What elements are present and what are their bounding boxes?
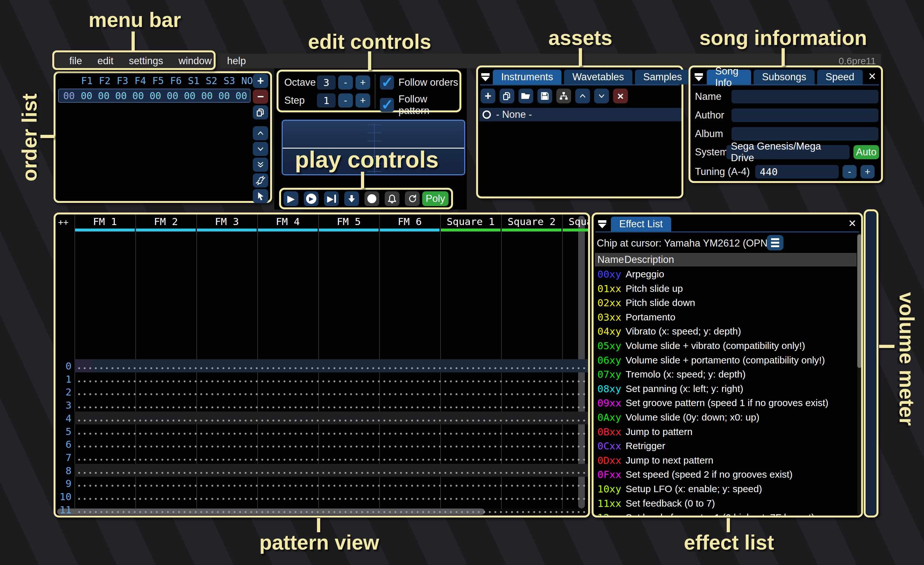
tab-wavetables[interactable]: Wavetables <box>564 70 632 84</box>
window-menu-icon[interactable] <box>694 72 704 83</box>
effect-row[interactable]: 06xyVolume slide + portamento (compatibi… <box>597 353 852 367</box>
octave-decrease-button[interactable]: - <box>338 75 353 90</box>
order-column-F6[interactable]: F6 <box>167 75 185 86</box>
empty-pattern-cells[interactable] <box>76 484 590 488</box>
tuning-field[interactable]: 440 <box>755 165 838 179</box>
order-cell[interactable]: 00 <box>216 90 233 101</box>
deep-clone-button[interactable] <box>253 173 268 188</box>
channel-header-square-2[interactable]: Square 2 <box>501 215 562 228</box>
order-edit-mode-button[interactable] <box>253 189 268 203</box>
step-value[interactable]: 1 <box>317 93 336 108</box>
tab-subsongs[interactable]: Subsongs <box>754 70 814 84</box>
effect-row[interactable]: 09xxSet groove pattern (speed 1 if no gr… <box>597 396 852 410</box>
pattern-corner-button[interactable]: ++ <box>58 217 69 227</box>
move-up-button[interactable] <box>575 89 590 104</box>
empty-pattern-cells[interactable] <box>76 471 590 475</box>
effect-row[interactable]: 0CxxRetrigger <box>597 439 852 453</box>
empty-pattern-cells[interactable] <box>76 458 590 461</box>
name-field[interactable] <box>732 90 879 104</box>
effect-row[interactable]: 0BxxJump to pattern <box>597 425 852 439</box>
empty-pattern-cells[interactable] <box>76 432 590 436</box>
empty-pattern-cells[interactable] <box>76 445 590 448</box>
save-button[interactable] <box>537 89 552 104</box>
order-cell[interactable]: 00 <box>198 90 216 101</box>
effect-row[interactable]: 03xxPortamento <box>597 310 852 324</box>
order-cell[interactable]: 00 <box>78 90 95 101</box>
effect-row[interactable]: 11xxSet feedback (0 to 7) <box>597 496 852 511</box>
effect-row[interactable]: 0DxxJump to next pattern <box>597 453 852 467</box>
follow-orders-row[interactable]: ✓ Follow orders <box>380 75 458 90</box>
order-cell[interactable]: 00 <box>181 90 199 101</box>
add-button[interactable]: + <box>253 74 268 88</box>
duplicate-button[interactable] <box>500 89 514 104</box>
step-one-row-button[interactable]: ▶ <box>324 191 339 206</box>
order-column-S2[interactable]: S2 <box>203 75 221 86</box>
order-column-F4[interactable]: F4 <box>132 75 150 86</box>
effect-row[interactable]: 02xxPitch slide down <box>597 296 852 310</box>
asset-list-item[interactable]: - None - <box>479 108 681 121</box>
empty-pattern-cells[interactable] <box>76 406 590 409</box>
order-cell[interactable]: 00 <box>164 90 181 101</box>
empty-pattern-cells[interactable] <box>76 392 590 396</box>
pattern-cursor-cell[interactable] <box>74 359 93 373</box>
order-list-row[interactable]: 0000000000000000000000 <box>58 89 250 103</box>
effect-row[interactable]: 0FxxSet speed (speed 2 if no grooves exi… <box>597 467 852 482</box>
channel-header-square-1[interactable]: Square 1 <box>440 215 501 228</box>
system-select[interactable]: Sega Genesis/Mega Drive <box>726 145 850 159</box>
channel-header-fm-5[interactable]: FM 5 <box>318 215 379 228</box>
record-button[interactable] <box>364 191 379 206</box>
effect-row[interactable]: 05xyVolume slide + vibrato (compatibilit… <box>597 339 852 353</box>
empty-pattern-cells[interactable] <box>76 497 590 501</box>
octave-value[interactable]: 3 <box>317 75 336 90</box>
channel-header-fm-1[interactable]: FM 1 <box>74 215 135 228</box>
step-increase-button[interactable]: + <box>356 93 370 108</box>
play-pattern-button[interactable]: ▶ <box>304 191 319 206</box>
step-decrease-button[interactable]: - <box>338 93 353 108</box>
effect-list-scrollbar-thumb[interactable] <box>857 234 862 368</box>
order-column-F5[interactable]: F5 <box>149 75 167 86</box>
duplicate-to-end-button[interactable] <box>253 158 268 172</box>
tuning-increase-button[interactable]: + <box>861 165 874 179</box>
channel-header-fm-4[interactable]: FM 4 <box>257 215 318 228</box>
effect-list-scrollbar-track[interactable] <box>857 233 862 514</box>
tab-speed[interactable]: Speed <box>817 70 863 84</box>
effect-row[interactable]: 04xyVibrato (x: speed; y: depth) <box>597 324 852 338</box>
auto-button[interactable]: Auto <box>854 145 879 159</box>
empty-pattern-cells[interactable] <box>76 510 590 514</box>
empty-pattern-cells[interactable] <box>76 419 590 422</box>
toggle-folders-button[interactable] <box>556 89 571 104</box>
effect-row[interactable]: 00xyArpeggio <box>597 267 852 281</box>
repeat-pattern-button[interactable] <box>405 191 420 206</box>
tab-samples[interactable]: Samples <box>635 70 690 84</box>
tab-instruments[interactable]: Instruments <box>493 70 561 84</box>
effect-row[interactable]: 07xyTremolo (x: speed; y: depth) <box>597 367 852 382</box>
order-column-F1[interactable]: F1 <box>78 75 96 86</box>
effect-row[interactable]: 10xySetup LFO (x: enable; y: speed) <box>597 482 852 496</box>
follow-orders-checkbox[interactable]: ✓ <box>380 75 394 90</box>
remove-button[interactable]: − <box>253 90 268 104</box>
order-cell[interactable]: 00 <box>232 90 250 101</box>
tuning-decrease-button[interactable]: - <box>843 165 856 179</box>
play-button[interactable]: ▶ <box>284 191 298 206</box>
move-down-button[interactable] <box>594 89 609 104</box>
channel-header-fm-3[interactable]: FM 3 <box>196 215 257 228</box>
move-down-button[interactable] <box>253 142 268 156</box>
metronome-button[interactable] <box>385 191 399 206</box>
author-field[interactable] <box>732 108 879 122</box>
effect-row[interactable]: 08xySet panning (x: left; y: right) <box>597 382 852 396</box>
empty-pattern-cells[interactable] <box>76 366 590 370</box>
order-column-F3[interactable]: F3 <box>114 75 132 86</box>
order-cell[interactable]: 00 <box>112 90 130 101</box>
effect-row[interactable]: 12xxSet level of operator 1 (0 highest, … <box>597 511 852 517</box>
menu-help[interactable]: help <box>219 55 254 67</box>
empty-pattern-cells[interactable] <box>76 379 590 383</box>
follow-pattern-checkbox[interactable]: ✓ <box>380 98 394 112</box>
octave-increase-button[interactable]: + <box>356 75 370 90</box>
poly-button[interactable]: Poly <box>422 191 448 206</box>
channel-header-fm-2[interactable]: FM 2 <box>135 215 196 228</box>
delete-button[interactable]: × <box>613 89 628 104</box>
duplicate-button[interactable] <box>253 105 268 119</box>
add-button[interactable]: + <box>481 89 495 104</box>
channel-header-fm-6[interactable]: FM 6 <box>379 215 440 228</box>
effect-row[interactable]: 01xxPitch slide up <box>597 281 852 296</box>
